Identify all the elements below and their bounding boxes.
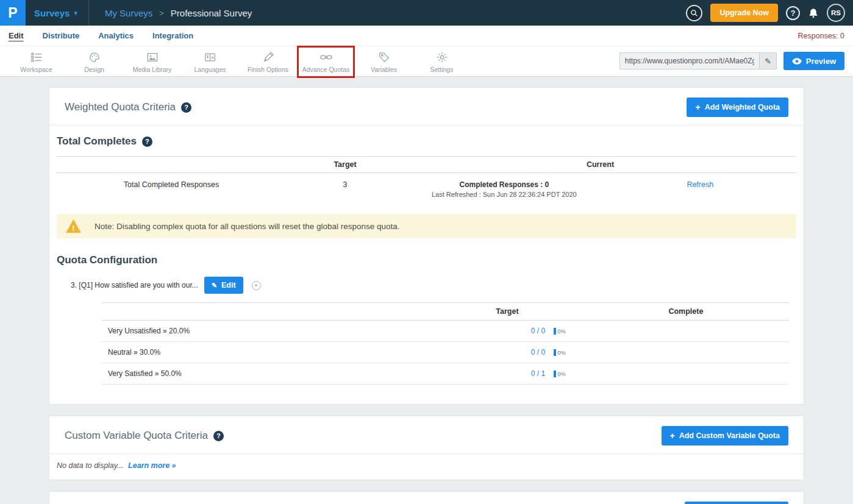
plus-icon: +: [670, 433, 675, 439]
refresh-cell: Refresh: [604, 180, 796, 189]
tab-distribute[interactable]: Distribute: [43, 31, 80, 40]
help-button[interactable]: ?: [786, 6, 800, 20]
notifications-button[interactable]: [808, 7, 819, 19]
quota-row-very-unsatisfied: Very Unsatisfied » 20.0% 0 / 0 0%: [102, 321, 789, 342]
no-data-row: No data to display... Learn more »: [49, 454, 804, 480]
breadcrumb-my-surveys[interactable]: My Surveys: [105, 8, 152, 18]
survey-tabs: Edit Distribute Analytics Integration: [9, 31, 193, 40]
custom-variable-quota-card: Custom Variable Quota Criteria ? + Add C…: [49, 416, 804, 480]
total-completed-responses-label: Total Completed Responses: [57, 180, 286, 189]
column-header-target: Target: [432, 307, 583, 316]
help-icon[interactable]: ?: [213, 431, 224, 441]
custom-variable-quota-header: Custom Variable Quota Criteria ? + Add C…: [49, 416, 804, 454]
quota-target-value: 0 / 1: [531, 369, 545, 378]
quota-option-label: Very Satisfied » 50.0%: [102, 369, 432, 378]
quota-configuration-table: Target Complete Very Unsatisfied » 20.0%…: [102, 302, 789, 385]
svg-text:!: !: [72, 224, 74, 233]
remove-question-quota-icon[interactable]: ✕: [252, 281, 261, 290]
total-completes-data-row: Total Completed Responses 3 Completed Re…: [57, 173, 796, 207]
quota-percent: 0%: [557, 349, 566, 356]
plus-icon: +: [695, 104, 700, 110]
toolbar-item-label: Design: [84, 66, 104, 73]
empty-header-cell: [57, 160, 286, 169]
advanced-quota-card: Advanced Quota Control ? + Add Advanced …: [49, 491, 804, 504]
add-custom-variable-quota-button[interactable]: + Add Custom Variable Quota: [662, 426, 789, 445]
breadcrumb-separator: >: [159, 9, 164, 18]
progress-bar-icon: [554, 371, 556, 377]
pencil-finish-icon: [263, 51, 274, 63]
last-refreshed-timestamp: Last Refreshed : Sun Jun 28 22:36:24 PDT…: [404, 191, 604, 198]
weighted-quota-card: Weighted Quota Criteria ? + Add Weighted…: [49, 87, 804, 405]
total-completes-title: Total Completes ?: [57, 135, 796, 147]
upgrade-now-button[interactable]: Upgrade Now: [710, 4, 778, 22]
quota-percent: 0%: [557, 328, 566, 335]
user-avatar[interactable]: RS: [827, 4, 845, 22]
questionpro-logo[interactable]: P: [0, 0, 26, 26]
eye-icon: [792, 58, 802, 65]
completed-responses-count: Completed Responses : 0: [404, 180, 604, 189]
quota-row-neutral: Neutral » 30.0% 0 / 0 0%: [102, 342, 789, 363]
quota-target-cell: 0 / 0 0%: [432, 348, 583, 357]
preview-button[interactable]: Preview: [783, 52, 844, 70]
help-icon[interactable]: ?: [142, 137, 152, 147]
question-row: 3. [Q1] How satisfied are you with our..…: [57, 277, 796, 294]
toolbar-item-finish-options[interactable]: Finish Options: [239, 51, 297, 73]
edit-url-button[interactable]: ✎: [759, 53, 776, 69]
topbar-actions: Upgrade Now ? RS: [686, 4, 853, 22]
tag-icon: [379, 51, 390, 63]
quota-note-banner: ! Note: Disabling complex quota for all …: [57, 214, 796, 238]
search-button[interactable]: [686, 5, 702, 21]
toolbar-item-advance-quotas[interactable]: Advance Quotas: [297, 51, 355, 73]
breadcrumb-current-survey: Professional Survey: [171, 8, 252, 18]
image-icon: [147, 51, 158, 63]
tab-edit[interactable]: Edit: [9, 31, 24, 40]
pencil-icon: ✎: [765, 57, 771, 66]
tab-integration[interactable]: Integration: [152, 31, 193, 40]
toolbar-right-actions: ✎ Preview: [619, 52, 844, 70]
topbar-divider: [88, 0, 89, 26]
add-weighted-quota-label: Add Weighted Quota: [705, 103, 780, 112]
toolbar-item-label: Languages: [195, 66, 226, 73]
weighted-quota-title-text: Weighted Quota Criteria: [65, 101, 176, 113]
svg-text:A: A: [211, 54, 215, 60]
quota-configuration-title-text: Quota Configuration: [57, 254, 157, 266]
add-weighted-quota-button[interactable]: + Add Weighted Quota: [687, 98, 788, 117]
quota-target-cell: 0 / 1 0%: [432, 369, 583, 378]
question-label: 3. [Q1] How satisfied are you with our..…: [71, 281, 198, 289]
responses-count: Responses: 0: [798, 32, 844, 40]
main-content: Weighted Quota Criteria ? + Add Weighted…: [0, 77, 853, 504]
survey-url-input[interactable]: [620, 53, 759, 69]
toolbar-item-languages[interactable]: A Languages: [181, 51, 239, 73]
toolbar-item-settings[interactable]: Settings: [413, 51, 471, 73]
toolbar-item-workspace[interactable]: Workspace: [7, 51, 65, 73]
toolbar-item-label: Advance Quotas: [302, 66, 350, 73]
quota-configuration-section: Quota Configuration 3. [Q1] How satisfie…: [49, 238, 804, 385]
learn-more-link[interactable]: Learn more »: [128, 461, 176, 470]
toolbar-item-media-library[interactable]: Media Library: [123, 51, 181, 73]
quota-target-cell: 0 / 0 0%: [432, 327, 583, 335]
quota-percent: 0%: [557, 371, 566, 377]
palette-icon: [89, 51, 100, 63]
advanced-quota-header: Advanced Quota Control ? + Add Advanced …: [49, 492, 804, 504]
refresh-link[interactable]: Refresh: [687, 180, 713, 189]
tab-analytics[interactable]: Analytics: [98, 31, 134, 40]
help-icon[interactable]: ?: [181, 102, 191, 113]
edit-question-quota-button[interactable]: ✎ Edit: [204, 277, 243, 294]
link-chain-icon: [320, 51, 332, 63]
surveys-product-menu[interactable]: Surveys ▾: [26, 0, 88, 26]
quota-option-label: Very Unsatisfied » 20.0%: [102, 327, 432, 335]
toolbar-item-design[interactable]: Design: [65, 51, 123, 73]
quota-target-value: 0 / 0: [531, 348, 545, 357]
total-completes-header-row: Target Current: [57, 156, 796, 173]
quota-configuration-title: Quota Configuration: [57, 254, 796, 266]
add-advanced-quota-button[interactable]: + Add Advanced Quota: [685, 502, 788, 504]
surveys-menu-label: Surveys: [34, 8, 70, 18]
weighted-quota-title: Weighted Quota Criteria ?: [65, 101, 191, 113]
language-icon: A: [204, 51, 216, 63]
no-data-text: No data to display...: [57, 461, 124, 470]
progress-bar-icon: [554, 328, 556, 335]
toolbar-item-variables[interactable]: Variables: [355, 51, 413, 73]
edit-toolbar: Workspace Design Media Library A: [0, 46, 853, 77]
toolbar-item-label: Workspace: [20, 66, 52, 73]
survey-url-group: ✎: [619, 52, 777, 69]
